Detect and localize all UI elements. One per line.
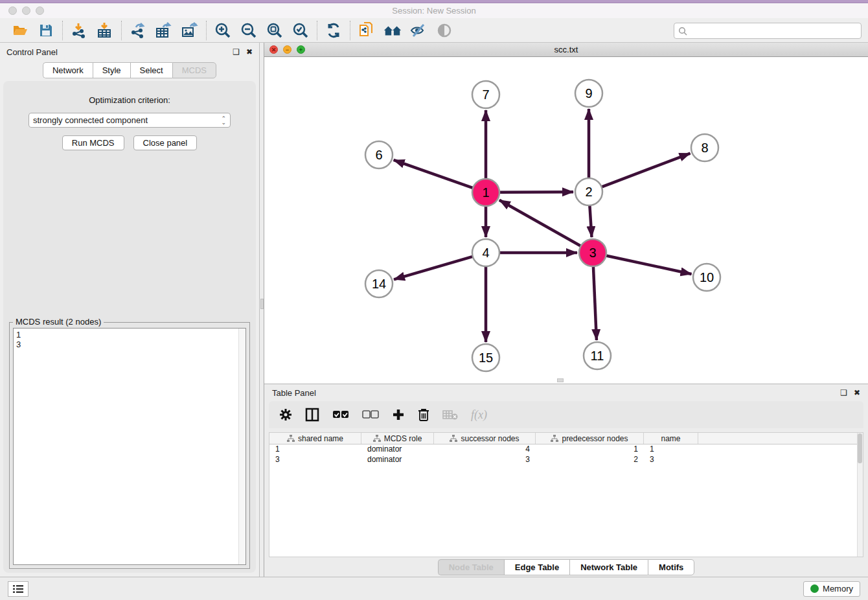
memory-label: Memory [823, 584, 853, 594]
zoom-out-icon[interactable] [239, 21, 258, 40]
run-mcds-button[interactable]: Run MCDS [62, 135, 124, 150]
import-network-icon[interactable] [69, 21, 89, 40]
cell-name[interactable]: 1 [644, 444, 698, 455]
tab-node-table[interactable]: Node Table [438, 559, 504, 575]
control-panel-tabs: NetworkStyleSelectMCDS [0, 62, 259, 78]
select-all-icon[interactable] [332, 410, 349, 419]
cell-shared-name[interactable]: 3 [269, 455, 361, 465]
table-scrollbar[interactable] [857, 433, 863, 557]
graph-edge-1-2[interactable] [499, 192, 573, 192]
table-row[interactable]: 1dominator411 [269, 444, 863, 455]
apply-function-icon[interactable]: f(x) [471, 408, 487, 422]
svg-text:2: 2 [585, 185, 592, 199]
graph-node-7[interactable]: 7 [472, 81, 499, 108]
tree-icon [287, 435, 295, 443]
graph-node-15[interactable]: 15 [472, 344, 499, 371]
tab-style[interactable]: Style [93, 62, 130, 78]
export-table-icon[interactable] [154, 21, 174, 40]
close-panel-icon[interactable]: ✖ [246, 48, 253, 56]
cell-successor-nodes[interactable]: 3 [434, 455, 536, 465]
graph-node-9[interactable]: 9 [575, 80, 602, 107]
add-row-icon[interactable] [392, 408, 405, 421]
graph-node-11[interactable]: 11 [584, 342, 611, 369]
graph-edge-2-8[interactable] [602, 154, 691, 187]
graph-node-14[interactable]: 14 [365, 270, 393, 297]
graph-node-2[interactable]: 2 [575, 178, 602, 205]
cell-successor-nodes[interactable]: 4 [434, 444, 536, 455]
graph-node-6[interactable]: 6 [365, 141, 393, 168]
node-table: shared nameMCDS rolesuccessor nodesprede… [269, 432, 863, 557]
show-graphics-details-icon[interactable] [435, 21, 454, 40]
tab-select[interactable]: Select [130, 62, 172, 78]
close-table-panel-icon[interactable]: ✖ [854, 389, 860, 397]
column-header-predecessor-nodes[interactable]: predecessor nodes [536, 433, 644, 444]
export-image-icon[interactable] [180, 21, 200, 40]
cell-MCDS-role[interactable]: dominator [361, 444, 434, 455]
deselect-all-icon[interactable] [362, 410, 379, 419]
float-table-panel-icon[interactable]: ❑ [840, 389, 847, 397]
result-scrollbar[interactable] [238, 329, 246, 564]
import-table-icon[interactable] [95, 21, 115, 40]
tab-motifs[interactable]: Motifs [648, 559, 694, 575]
column-settings-icon[interactable] [279, 408, 292, 421]
canvas-resize-grip[interactable] [557, 378, 564, 382]
graph-edge-4-14[interactable] [394, 257, 473, 279]
panel-divider[interactable] [259, 43, 264, 577]
refresh-layout-icon[interactable] [324, 21, 343, 40]
float-panel-icon[interactable]: ❑ [233, 48, 240, 56]
tab-network-table[interactable]: Network Table [569, 559, 648, 575]
zoom-selected-icon[interactable] [291, 21, 310, 40]
table-scrollbar-thumb[interactable] [858, 433, 862, 463]
graph-edge-3-11[interactable] [593, 266, 597, 340]
column-header-name[interactable]: name [644, 433, 698, 444]
table-toolbar: f(x) [269, 401, 863, 428]
open-session-icon[interactable] [10, 21, 30, 40]
tab-mcds[interactable]: MCDS [172, 62, 216, 78]
mcds-result-text[interactable]: 1 3 [13, 328, 246, 565]
search-box[interactable] [674, 23, 862, 39]
first-neighbors-icon[interactable] [383, 21, 402, 40]
graph-edge-1-6[interactable] [394, 160, 474, 188]
column-layout-icon[interactable] [305, 408, 319, 422]
network-window-titlebar[interactable]: ✕ − + scc.txt [264, 43, 868, 57]
tab-network[interactable]: Network [43, 62, 93, 78]
save-session-icon[interactable] [36, 21, 56, 40]
cell-shared-name[interactable]: 1 [269, 444, 361, 455]
zoom-in-icon[interactable] [213, 21, 233, 40]
graph-node-1[interactable]: 1 [472, 179, 499, 206]
graph-edge-3-10[interactable] [606, 255, 692, 274]
cell-name[interactable]: 3 [644, 455, 698, 465]
graph-node-3[interactable]: 3 [579, 239, 606, 266]
delete-row-icon[interactable] [418, 408, 429, 422]
column-header-shared-name[interactable]: shared name [269, 433, 361, 444]
svg-text:8: 8 [701, 141, 708, 155]
graph-edge-2-3[interactable] [589, 205, 591, 237]
graph-node-10[interactable]: 10 [693, 264, 720, 291]
search-icon [678, 27, 687, 36]
memory-button[interactable]: Memory [803, 581, 860, 597]
task-history-button[interactable] [8, 581, 29, 597]
divider-handle[interactable] [260, 299, 264, 309]
graph-edge-3-1[interactable] [499, 200, 581, 246]
close-panel-button[interactable]: Close panel [133, 135, 198, 150]
network-canvas[interactable]: 7968124314101511 [264, 57, 868, 384]
clone-network-icon[interactable] [357, 21, 376, 40]
graph-node-8[interactable]: 8 [691, 134, 718, 161]
column-header-successor-nodes[interactable]: successor nodes [434, 433, 536, 444]
optimization-criterion-dropdown[interactable]: strongly connected component ⌃⌄ [29, 113, 231, 128]
cell-predecessor-nodes[interactable]: 2 [536, 455, 644, 465]
hide-selection-icon[interactable] [409, 21, 428, 40]
graph-node-4[interactable]: 4 [472, 239, 499, 266]
cell-predecessor-nodes[interactable]: 1 [536, 444, 644, 455]
list-icon [12, 584, 24, 594]
cell-MCDS-role[interactable]: dominator [361, 455, 434, 465]
table-tabs: Node TableEdge TableNetwork TableMotifs [264, 557, 868, 577]
tab-edge-table[interactable]: Edge Table [504, 559, 569, 575]
table-row[interactable]: 3dominator323 [269, 455, 863, 465]
zoom-fit-icon[interactable] [265, 21, 284, 40]
delete-table-icon[interactable] [442, 410, 458, 420]
control-panel: Control Panel ❑ ✖ NetworkStyleSelectMCDS… [0, 43, 259, 577]
export-network-icon[interactable] [128, 21, 148, 40]
column-header-MCDS-role[interactable]: MCDS role [361, 433, 434, 444]
search-input[interactable] [687, 27, 857, 36]
